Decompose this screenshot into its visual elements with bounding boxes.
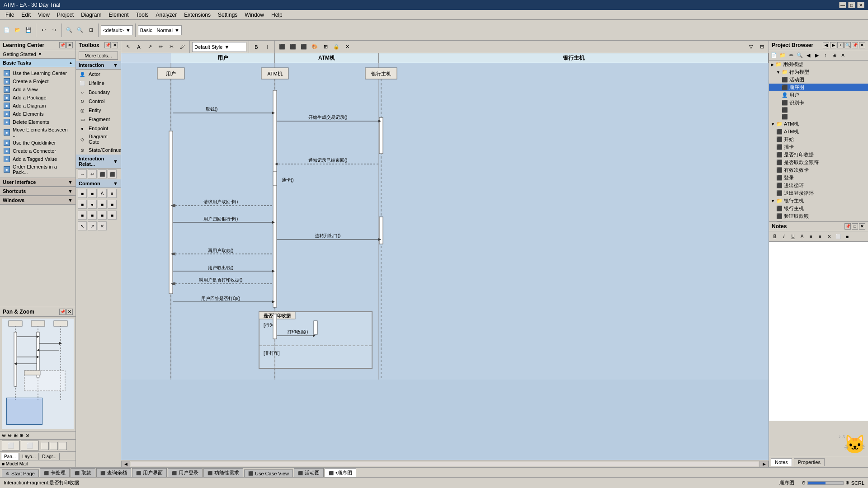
model-mail-tab[interactable]: ■ Model Mail: [0, 460, 75, 467]
tab-start-page[interactable]: ⊙ Start Page: [2, 469, 39, 477]
common-btn-2[interactable]: ■: [88, 189, 97, 198]
pb-btn1[interactable]: ◀: [823, 42, 829, 48]
menu-file[interactable]: File: [2, 11, 18, 19]
close-button[interactable]: ✕: [857, 2, 864, 8]
toolbox-endpoint[interactable]: ● Endpoint: [76, 124, 121, 133]
tree-enter-loop[interactable]: ⬛ 进出循环: [769, 182, 868, 189]
tab-sequence-diagram[interactable]: ⬛ •顺序图: [325, 468, 356, 477]
pb-tool3[interactable]: ✏: [787, 51, 795, 59]
pb-tool9[interactable]: ✕: [839, 51, 847, 59]
pb-tool4[interactable]: 🔍: [796, 51, 804, 59]
menu-element[interactable]: Element: [105, 11, 132, 19]
menu-diagram[interactable]: Diagram: [77, 11, 105, 19]
menu-extensions[interactable]: Extensions: [180, 11, 214, 19]
toolbox-control[interactable]: ↻ Control: [76, 97, 121, 106]
basic-normal-dropdown[interactable]: Basic - Normal ▼: [138, 25, 182, 35]
zoom-in-icon[interactable]: ⊕: [845, 480, 849, 486]
shortcuts-header[interactable]: Shortcuts ▼: [0, 187, 75, 196]
toolbox-lifeline[interactable]: ⬜ Lifeline: [76, 79, 121, 88]
basic-tasks-toggle-icon[interactable]: ▲: [69, 61, 73, 65]
task-add-package[interactable]: ■ Add a Package: [0, 94, 75, 102]
getting-started-bar[interactable]: Getting Started ▼: [0, 50, 75, 59]
basic-tasks-header[interactable]: Basic Tasks ▲: [0, 59, 75, 67]
notes-close-btn[interactable]: ✕: [859, 223, 865, 230]
diag-tool6[interactable]: 🖊: [177, 42, 187, 52]
panel-pin-button[interactable]: 📌: [59, 42, 66, 48]
notes-controls[interactable]: 📌 □ ✕: [844, 223, 865, 230]
common-btn-9[interactable]: ■: [78, 211, 87, 220]
toolbox-pin-button[interactable]: 📌: [104, 42, 111, 48]
pb-btn2[interactable]: ▶: [830, 42, 836, 48]
tree-valid-card[interactable]: ⬛ 有效次效卡: [769, 166, 868, 174]
panzoom-zoom-icon[interactable]: ⊕: [2, 432, 6, 438]
toolbox-state-continuat[interactable]: ⊙ State/Continuat...: [76, 145, 121, 155]
task-create-connector[interactable]: ■ Create a Connector: [0, 147, 75, 155]
tree-user[interactable]: 👤 用户: [769, 91, 868, 99]
pb-pin-btn[interactable]: 📌: [852, 42, 858, 48]
open-button[interactable]: 📂: [13, 25, 23, 35]
menu-window[interactable]: Window: [241, 11, 268, 19]
common-btn-5[interactable]: ■: [78, 200, 87, 209]
windows-header[interactable]: Windows ▼: [0, 196, 75, 205]
window-controls[interactable]: — □ ✕: [839, 2, 864, 8]
toolbox-fragment[interactable]: ▭ Fragment: [76, 115, 121, 124]
toolbox-close-button[interactable]: ✕: [112, 42, 118, 48]
zoom-out-button[interactable]: 🔍: [75, 25, 85, 35]
task-order-elements[interactable]: ■ Order Elements in a Pack...: [0, 163, 75, 176]
msg-btn-1[interactable]: →: [78, 169, 87, 178]
msg-btn-4[interactable]: ⬛: [108, 169, 117, 178]
minimize-button[interactable]: —: [839, 2, 846, 8]
notes-italic-btn[interactable]: I: [780, 232, 788, 240]
tree-card-recognition[interactable]: ⬛ 识别卡: [769, 99, 868, 107]
tab-card-processing[interactable]: ⬛ 卡处理: [40, 468, 70, 477]
common-btn-3[interactable]: A: [98, 189, 107, 198]
menu-view[interactable]: View: [34, 11, 53, 19]
diag-bold-button[interactable]: B: [251, 42, 261, 52]
diag-tool4[interactable]: ✏: [156, 42, 165, 52]
user-interface-header[interactable]: User Interface ▼: [0, 178, 75, 187]
tree-usecase-model[interactable]: ▶ 📁 用例模型: [769, 61, 868, 68]
tree-valid-amount[interactable]: ⬛ 是否取款金额符: [769, 159, 868, 166]
diag-align-center[interactable]: ⬛: [288, 42, 298, 52]
maximize-button[interactable]: □: [848, 2, 855, 8]
tree-elem1[interactable]: ⬛: [769, 107, 868, 113]
notes-clear-btn[interactable]: ✕: [825, 232, 833, 240]
panel-close-button[interactable]: ✕: [66, 42, 73, 48]
notes-list2-btn[interactable]: ≡: [816, 232, 824, 240]
diag-tool2[interactable]: A: [134, 42, 144, 52]
tree-insert-card[interactable]: ⬛ 插卡: [769, 143, 868, 151]
scroll-track[interactable]: [131, 462, 759, 466]
diag-align-right[interactable]: ⬛: [299, 42, 309, 52]
common-btn-10[interactable]: ■: [88, 211, 97, 220]
common-btn-12[interactable]: ■: [108, 211, 117, 220]
common-btn-14[interactable]: ↗: [88, 221, 97, 230]
tree-sequence-diagram[interactable]: ⬛ 顺序图: [769, 84, 868, 91]
tab-activity-diagram[interactable]: ⬛ 活动图: [294, 468, 324, 477]
tree-bank-host[interactable]: ⬛ 银行主机: [769, 205, 868, 212]
task-delete-elements[interactable]: ■ Delete Elements: [0, 118, 75, 126]
diag-tool3[interactable]: ↗: [145, 42, 155, 52]
tab-withdraw[interactable]: ⬛ 取款: [71, 468, 95, 477]
common-section-header[interactable]: Common ▼: [76, 179, 121, 188]
notes-expand-btn[interactable]: □: [852, 223, 858, 230]
tab-user-interface[interactable]: ⬛ 用户界面: [132, 468, 167, 477]
pb-tool1[interactable]: 📄: [770, 51, 778, 59]
panzoom-ctrl3[interactable]: [59, 442, 67, 450]
notes-insert-btn[interactable]: ⬜: [834, 232, 842, 240]
common-btn-4[interactable]: ≡: [108, 189, 117, 198]
pb-tool5[interactable]: ◀: [804, 51, 812, 59]
interaction-section-header[interactable]: Interaction ▼: [76, 61, 121, 70]
task-tagged-value[interactable]: ■ Add a Tagged Value: [0, 155, 75, 163]
task-quicklinker[interactable]: ■ Use the Quicklinker: [0, 139, 75, 147]
task-add-view[interactable]: ■ Add a View: [0, 85, 75, 94]
pb-tool7[interactable]: ↑: [821, 51, 830, 59]
task-add-elements[interactable]: ■ Add Elements: [0, 110, 75, 118]
pb-search-btn[interactable]: 🔍: [844, 42, 851, 48]
tree-exit-loop[interactable]: ⬛ 退出登录循环: [769, 189, 868, 197]
task-use-learning-center[interactable]: ■ Use the Learning Center: [0, 69, 75, 77]
toolbox-actor[interactable]: 👤 Actor: [76, 70, 121, 79]
panzoom-fit-icon[interactable]: ⊞: [14, 432, 18, 438]
pan-tab[interactable]: Pan...: [1, 453, 19, 460]
notes-underline-btn[interactable]: U: [789, 232, 797, 240]
interaction-relat-header[interactable]: Interaction Relat... ▼: [76, 155, 121, 169]
